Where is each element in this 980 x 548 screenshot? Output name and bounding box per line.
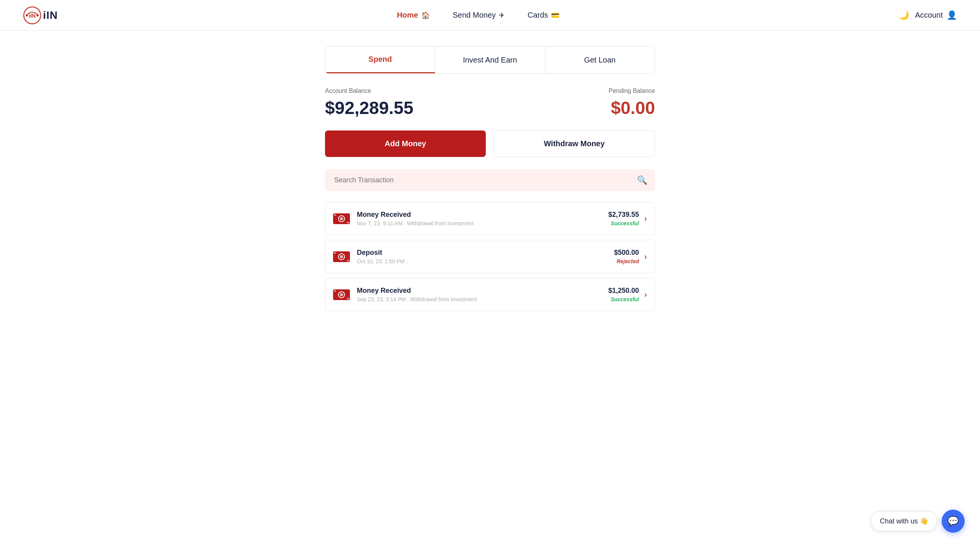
account-nav[interactable]: Account 👤 — [915, 10, 957, 20]
home-label: Home — [397, 11, 418, 20]
svg-rect-18 — [347, 298, 349, 299]
transaction-amount: $1,250.00 — [608, 287, 639, 295]
svg-rect-8 — [347, 222, 349, 223]
svg-point-2 — [26, 14, 28, 17]
add-money-button[interactable]: Add Money — [325, 130, 486, 157]
chat-message-icon: 💬 — [947, 516, 959, 527]
send-icon: ✈ — [499, 11, 505, 20]
account-avatar-icon: 👤 — [947, 10, 957, 20]
pending-balance-label: Pending Balance — [609, 87, 655, 94]
transaction-item[interactable]: Deposit Oct 10, 23, 1:50 PM . $500.00 Re… — [325, 240, 655, 273]
transaction-info: Deposit Oct 10, 23, 1:50 PM . — [357, 249, 408, 264]
account-balance-group: Account Balance $92,289.55 — [325, 87, 413, 118]
logo-icon: iIN — [23, 6, 41, 25]
account-balance-amount: $92,289.55 — [325, 97, 413, 118]
transaction-status: Successful — [608, 296, 639, 302]
transaction-right: $500.00 Rejected › — [614, 249, 647, 264]
svg-point-11 — [340, 255, 343, 258]
transaction-item[interactable]: Money Received Sep 23, 23, 3:14 PM . Wit… — [325, 278, 655, 311]
brand-logo[interactable]: iIN iIN — [23, 6, 58, 25]
action-buttons: Add Money Withdraw Money — [325, 130, 655, 157]
svg-point-6 — [340, 217, 343, 220]
transaction-left: Deposit Oct 10, 23, 1:50 PM . — [333, 249, 408, 264]
dark-mode-icon[interactable]: 🌙 — [899, 10, 909, 20]
chat-widget: Chat with us 👋 💬 — [871, 510, 965, 533]
money-icon-svg — [333, 289, 350, 301]
pending-balance-group: Pending Balance $0.00 — [609, 87, 655, 118]
svg-text:iIN: iIN — [29, 13, 36, 19]
transaction-amount-group: $1,250.00 Successful — [608, 287, 639, 302]
transaction-left: Money Received Sep 23, 23, 3:14 PM . Wit… — [333, 287, 477, 302]
chat-wave-emoji: 👋 — [920, 517, 928, 525]
tab-spend[interactable]: Spend — [325, 46, 435, 73]
chevron-right-icon: › — [644, 214, 647, 223]
transaction-icon — [333, 289, 350, 301]
search-input[interactable] — [325, 169, 655, 191]
svg-rect-17 — [334, 290, 336, 292]
transaction-icon — [333, 213, 350, 225]
svg-rect-7 — [334, 214, 336, 216]
transaction-meta: Sep 23, 23, 3:14 PM . Withdrawal from In… — [357, 296, 477, 302]
transaction-title: Money Received — [357, 211, 474, 219]
navbar: iIN iIN Home 🏠 Send Money ✈ Cards 💳 🌙 Ac… — [0, 0, 980, 31]
transaction-right: $1,250.00 Successful › — [608, 287, 647, 302]
transaction-status: Rejected — [614, 258, 639, 264]
svg-point-3 — [36, 14, 39, 17]
svg-rect-13 — [347, 260, 349, 261]
search-icon[interactable]: 🔍 — [637, 175, 647, 185]
transaction-meta: Nov 7, 23, 9:11 AM . Withdrawal from Inv… — [357, 220, 474, 226]
chat-bubble[interactable]: Chat with us 👋 — [871, 511, 937, 531]
transaction-info: Money Received Sep 23, 23, 3:14 PM . Wit… — [357, 287, 477, 302]
send-money-label: Send Money — [453, 11, 496, 20]
nav-home[interactable]: Home 🏠 — [397, 11, 430, 20]
transaction-meta: Oct 10, 23, 1:50 PM . — [357, 258, 408, 264]
chevron-right-icon: › — [644, 290, 647, 299]
transaction-info: Money Received Nov 7, 23, 9:11 AM . With… — [357, 211, 474, 226]
account-label: Account — [915, 11, 943, 20]
navbar-right: 🌙 Account 👤 — [899, 10, 957, 20]
tabs-container: Spend Invest And Earn Get Loan — [325, 46, 655, 74]
home-icon: 🏠 — [421, 11, 430, 20]
card-icon: 💳 — [551, 11, 559, 20]
transaction-item[interactable]: Money Received Nov 7, 23, 9:11 AM . With… — [325, 202, 655, 235]
withdraw-money-button[interactable]: Withdraw Money — [493, 130, 655, 157]
transaction-amount: $500.00 — [614, 249, 639, 257]
main-nav: Home 🏠 Send Money ✈ Cards 💳 — [397, 11, 559, 20]
balance-section: Account Balance $92,289.55 Pending Balan… — [325, 87, 655, 118]
nav-send-money[interactable]: Send Money ✈ — [453, 11, 505, 20]
money-icon-svg — [333, 251, 350, 263]
transaction-right: $2,739.55 Successful › — [608, 211, 647, 226]
svg-point-16 — [340, 293, 343, 296]
money-icon-svg — [333, 213, 350, 225]
transaction-title: Money Received — [357, 287, 477, 295]
logo-text: iIN — [43, 9, 58, 21]
transactions-list: Money Received Nov 7, 23, 9:11 AM . With… — [325, 202, 655, 316]
tab-get-loan[interactable]: Get Loan — [545, 46, 655, 73]
transaction-icon — [333, 251, 350, 263]
cards-label: Cards — [528, 11, 548, 20]
tab-invest[interactable]: Invest And Earn — [435, 46, 545, 73]
transaction-amount-group: $2,739.55 Successful — [608, 211, 639, 226]
transaction-left: Money Received Nov 7, 23, 9:11 AM . With… — [333, 211, 474, 226]
transaction-amount: $2,739.55 — [608, 211, 639, 219]
transaction-status: Successful — [608, 220, 639, 226]
transaction-amount-group: $500.00 Rejected — [614, 249, 639, 264]
chat-button[interactable]: 💬 — [942, 510, 965, 533]
search-container: 🔍 — [325, 169, 655, 191]
nav-cards[interactable]: Cards 💳 — [528, 11, 559, 20]
chat-label: Chat with us — [880, 517, 918, 525]
main-content: Spend Invest And Earn Get Loan Account B… — [317, 31, 663, 331]
account-balance-label: Account Balance — [325, 87, 413, 94]
chevron-right-icon: › — [644, 252, 647, 261]
svg-rect-12 — [334, 252, 336, 254]
transaction-title: Deposit — [357, 249, 408, 257]
pending-balance-amount: $0.00 — [609, 97, 655, 118]
